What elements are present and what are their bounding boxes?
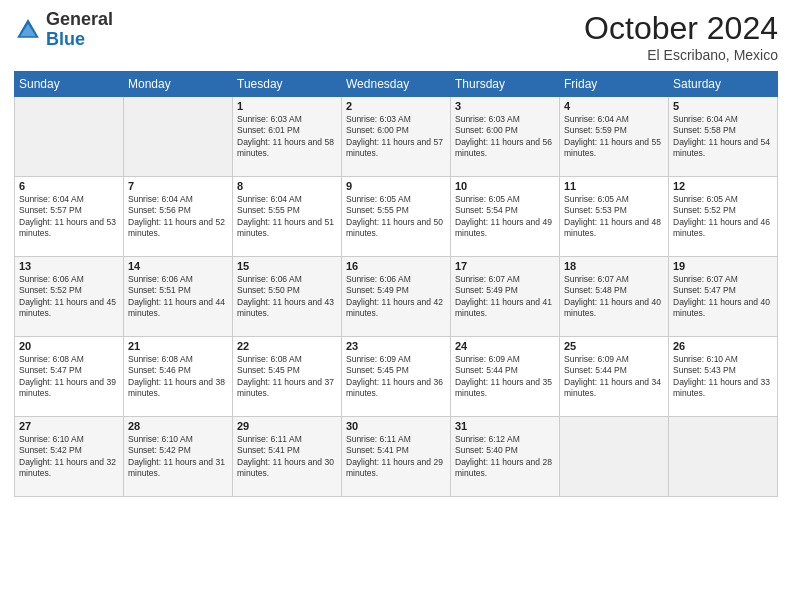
day-number: 30 <box>346 420 446 432</box>
day-number: 5 <box>673 100 773 112</box>
calendar-cell <box>15 97 124 177</box>
day-info: Sunrise: 6:11 AM Sunset: 5:41 PM Dayligh… <box>346 434 446 480</box>
calendar-cell: 16Sunrise: 6:06 AM Sunset: 5:49 PM Dayli… <box>342 257 451 337</box>
day-number: 29 <box>237 420 337 432</box>
calendar-cell: 2Sunrise: 6:03 AM Sunset: 6:00 PM Daylig… <box>342 97 451 177</box>
day-info: Sunrise: 6:03 AM Sunset: 6:00 PM Dayligh… <box>455 114 555 160</box>
day-number: 31 <box>455 420 555 432</box>
calendar-cell <box>560 417 669 497</box>
day-number: 28 <box>128 420 228 432</box>
location-subtitle: El Escribano, Mexico <box>584 47 778 63</box>
day-info: Sunrise: 6:07 AM Sunset: 5:48 PM Dayligh… <box>564 274 664 320</box>
day-info: Sunrise: 6:09 AM Sunset: 5:45 PM Dayligh… <box>346 354 446 400</box>
day-info: Sunrise: 6:06 AM Sunset: 5:50 PM Dayligh… <box>237 274 337 320</box>
day-number: 18 <box>564 260 664 272</box>
calendar-cell: 22Sunrise: 6:08 AM Sunset: 5:45 PM Dayli… <box>233 337 342 417</box>
day-number: 15 <box>237 260 337 272</box>
day-info: Sunrise: 6:06 AM Sunset: 5:49 PM Dayligh… <box>346 274 446 320</box>
calendar-cell: 7Sunrise: 6:04 AM Sunset: 5:56 PM Daylig… <box>124 177 233 257</box>
calendar-cell <box>669 417 778 497</box>
day-number: 14 <box>128 260 228 272</box>
month-title: October 2024 <box>584 10 778 47</box>
day-info: Sunrise: 6:09 AM Sunset: 5:44 PM Dayligh… <box>564 354 664 400</box>
day-number: 4 <box>564 100 664 112</box>
day-number: 9 <box>346 180 446 192</box>
day-number: 1 <box>237 100 337 112</box>
calendar-week-3: 13Sunrise: 6:06 AM Sunset: 5:52 PM Dayli… <box>15 257 778 337</box>
calendar-cell: 23Sunrise: 6:09 AM Sunset: 5:45 PM Dayli… <box>342 337 451 417</box>
logo-general: General <box>46 9 113 29</box>
calendar-table: SundayMondayTuesdayWednesdayThursdayFrid… <box>14 71 778 497</box>
day-info: Sunrise: 6:07 AM Sunset: 5:49 PM Dayligh… <box>455 274 555 320</box>
day-info: Sunrise: 6:03 AM Sunset: 6:00 PM Dayligh… <box>346 114 446 160</box>
calendar-cell: 24Sunrise: 6:09 AM Sunset: 5:44 PM Dayli… <box>451 337 560 417</box>
day-header-wednesday: Wednesday <box>342 72 451 97</box>
day-info: Sunrise: 6:05 AM Sunset: 5:55 PM Dayligh… <box>346 194 446 240</box>
day-info: Sunrise: 6:04 AM Sunset: 5:57 PM Dayligh… <box>19 194 119 240</box>
calendar-cell: 27Sunrise: 6:10 AM Sunset: 5:42 PM Dayli… <box>15 417 124 497</box>
calendar-cell: 30Sunrise: 6:11 AM Sunset: 5:41 PM Dayli… <box>342 417 451 497</box>
day-info: Sunrise: 6:04 AM Sunset: 5:59 PM Dayligh… <box>564 114 664 160</box>
day-number: 2 <box>346 100 446 112</box>
day-info: Sunrise: 6:07 AM Sunset: 5:47 PM Dayligh… <box>673 274 773 320</box>
day-info: Sunrise: 6:08 AM Sunset: 5:45 PM Dayligh… <box>237 354 337 400</box>
day-number: 12 <box>673 180 773 192</box>
day-number: 7 <box>128 180 228 192</box>
day-number: 20 <box>19 340 119 352</box>
day-number: 21 <box>128 340 228 352</box>
calendar-cell: 29Sunrise: 6:11 AM Sunset: 5:41 PM Dayli… <box>233 417 342 497</box>
calendar-cell: 14Sunrise: 6:06 AM Sunset: 5:51 PM Dayli… <box>124 257 233 337</box>
day-info: Sunrise: 6:12 AM Sunset: 5:40 PM Dayligh… <box>455 434 555 480</box>
calendar-cell: 31Sunrise: 6:12 AM Sunset: 5:40 PM Dayli… <box>451 417 560 497</box>
calendar-week-2: 6Sunrise: 6:04 AM Sunset: 5:57 PM Daylig… <box>15 177 778 257</box>
calendar-cell: 12Sunrise: 6:05 AM Sunset: 5:52 PM Dayli… <box>669 177 778 257</box>
day-info: Sunrise: 6:10 AM Sunset: 5:42 PM Dayligh… <box>128 434 228 480</box>
calendar-week-5: 27Sunrise: 6:10 AM Sunset: 5:42 PM Dayli… <box>15 417 778 497</box>
calendar-week-1: 1Sunrise: 6:03 AM Sunset: 6:01 PM Daylig… <box>15 97 778 177</box>
logo-icon <box>14 16 42 44</box>
logo-blue: Blue <box>46 29 85 49</box>
calendar-cell: 20Sunrise: 6:08 AM Sunset: 5:47 PM Dayli… <box>15 337 124 417</box>
day-header-saturday: Saturday <box>669 72 778 97</box>
calendar-cell <box>124 97 233 177</box>
day-number: 25 <box>564 340 664 352</box>
header: General Blue October 2024 El Escribano, … <box>14 10 778 63</box>
day-info: Sunrise: 6:05 AM Sunset: 5:54 PM Dayligh… <box>455 194 555 240</box>
calendar-cell: 13Sunrise: 6:06 AM Sunset: 5:52 PM Dayli… <box>15 257 124 337</box>
day-number: 8 <box>237 180 337 192</box>
day-header-monday: Monday <box>124 72 233 97</box>
day-number: 24 <box>455 340 555 352</box>
calendar-cell: 15Sunrise: 6:06 AM Sunset: 5:50 PM Dayli… <box>233 257 342 337</box>
calendar-cell: 17Sunrise: 6:07 AM Sunset: 5:49 PM Dayli… <box>451 257 560 337</box>
calendar-cell: 28Sunrise: 6:10 AM Sunset: 5:42 PM Dayli… <box>124 417 233 497</box>
day-info: Sunrise: 6:05 AM Sunset: 5:53 PM Dayligh… <box>564 194 664 240</box>
day-info: Sunrise: 6:06 AM Sunset: 5:51 PM Dayligh… <box>128 274 228 320</box>
logo: General Blue <box>14 10 113 50</box>
page-container: General Blue October 2024 El Escribano, … <box>0 0 792 612</box>
calendar-cell: 26Sunrise: 6:10 AM Sunset: 5:43 PM Dayli… <box>669 337 778 417</box>
day-number: 27 <box>19 420 119 432</box>
day-number: 23 <box>346 340 446 352</box>
calendar-cell: 18Sunrise: 6:07 AM Sunset: 5:48 PM Dayli… <box>560 257 669 337</box>
calendar-cell: 3Sunrise: 6:03 AM Sunset: 6:00 PM Daylig… <box>451 97 560 177</box>
calendar-cell: 5Sunrise: 6:04 AM Sunset: 5:58 PM Daylig… <box>669 97 778 177</box>
calendar-cell: 21Sunrise: 6:08 AM Sunset: 5:46 PM Dayli… <box>124 337 233 417</box>
calendar-cell: 9Sunrise: 6:05 AM Sunset: 5:55 PM Daylig… <box>342 177 451 257</box>
day-info: Sunrise: 6:04 AM Sunset: 5:55 PM Dayligh… <box>237 194 337 240</box>
calendar-cell: 6Sunrise: 6:04 AM Sunset: 5:57 PM Daylig… <box>15 177 124 257</box>
calendar-cell: 19Sunrise: 6:07 AM Sunset: 5:47 PM Dayli… <box>669 257 778 337</box>
day-number: 6 <box>19 180 119 192</box>
calendar-cell: 8Sunrise: 6:04 AM Sunset: 5:55 PM Daylig… <box>233 177 342 257</box>
day-info: Sunrise: 6:10 AM Sunset: 5:42 PM Dayligh… <box>19 434 119 480</box>
day-number: 26 <box>673 340 773 352</box>
calendar-cell: 25Sunrise: 6:09 AM Sunset: 5:44 PM Dayli… <box>560 337 669 417</box>
day-number: 17 <box>455 260 555 272</box>
day-info: Sunrise: 6:04 AM Sunset: 5:58 PM Dayligh… <box>673 114 773 160</box>
calendar-cell: 10Sunrise: 6:05 AM Sunset: 5:54 PM Dayli… <box>451 177 560 257</box>
day-header-thursday: Thursday <box>451 72 560 97</box>
day-number: 13 <box>19 260 119 272</box>
day-header-friday: Friday <box>560 72 669 97</box>
day-info: Sunrise: 6:08 AM Sunset: 5:47 PM Dayligh… <box>19 354 119 400</box>
day-info: Sunrise: 6:09 AM Sunset: 5:44 PM Dayligh… <box>455 354 555 400</box>
day-info: Sunrise: 6:04 AM Sunset: 5:56 PM Dayligh… <box>128 194 228 240</box>
